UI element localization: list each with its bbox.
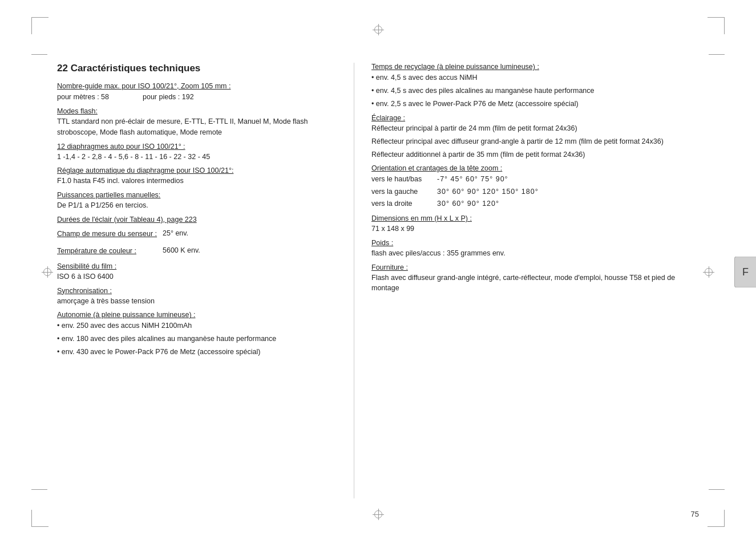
nombre-guide-metres: pour mètres : 58: [57, 91, 143, 103]
crosshair-left: [42, 266, 53, 278]
f-tab-label: F: [742, 266, 749, 278]
synchro-value: amorçage à très basse tension: [57, 296, 337, 307]
dimensions-value: 71 x 148 x 99: [371, 224, 699, 234]
eclairage-value1: Réflecteur principal à partir de 24 mm (…: [371, 123, 699, 134]
champ-value: 25° env.: [163, 228, 188, 241]
eclairage-group: Éclairage : Réflecteur principal à parti…: [371, 114, 699, 160]
durees-label: Durées de l'éclair (voir Tableau 4), pag…: [57, 216, 337, 224]
diaphragmes-group: 12 diaphragmes auto pour ISO 100/21° : 1…: [57, 143, 337, 163]
page-number: 75: [691, 510, 699, 518]
temperature-row: Température de couleur : 5600 K env.: [57, 245, 337, 258]
temperature-value: 5600 K env.: [163, 245, 200, 258]
champ-label: Champ de mesure du senseur :: [57, 228, 163, 239]
durees-group: Durées de l'éclair (voir Tableau 4), pag…: [57, 216, 337, 224]
modes-flash-group: Modes flash: TTL standard non pré-éclair…: [57, 107, 337, 138]
champ-row: Champ de mesure du senseur : 25° env.: [57, 228, 337, 241]
diaphragmes-label: 12 diaphragmes auto pour ISO 100/21° :: [57, 143, 337, 151]
crosshair-bottom: [373, 509, 384, 520]
f-tab: F: [734, 257, 756, 288]
puissances-group: Puissances partielles manuelles: De P1/1…: [57, 191, 337, 211]
temperature-label: Température de couleur :: [57, 245, 163, 257]
side-line-left-bottom: [31, 489, 47, 490]
autonomie-group: Autonomie (à pleine puissance lumineuse)…: [57, 311, 337, 358]
side-line-right-top: [709, 54, 725, 55]
reglage-group: Réglage automatique du diaphragme pour I…: [57, 167, 337, 186]
nombre-guide-group: Nombre-guide max. pour ISO 100/21°, Zoom…: [57, 82, 337, 103]
sensibilite-label: Sensibilité du film :: [57, 262, 337, 270]
modes-flash-label: Modes flash:: [57, 107, 337, 115]
dimensions-label: Dimensions en mm (H x L x P) :: [371, 214, 699, 222]
temps-bullet2: env. 4,5 s avec des piles alcalines au m…: [371, 85, 699, 96]
orientation-row2: vers la gauche 30° 60° 90° 120° 150° 180…: [371, 186, 699, 198]
crosshair-top: [373, 24, 384, 35]
modes-flash-value: TTL standard non pré-éclair de mesure, E…: [57, 116, 337, 138]
content-area: 22 Caractéristiques techniques Nombre-gu…: [57, 63, 699, 498]
sensibilite-group: Sensibilité du film : ISO 6 à ISO 6400: [57, 262, 337, 282]
left-column: 22 Caractéristiques techniques Nombre-gu…: [57, 63, 354, 498]
orient-row2-values: 30° 60° 90° 120° 150° 180°: [437, 186, 539, 198]
autonomie-bullet1: env. 250 avec des accus NiMH 2100mAh: [57, 320, 337, 331]
orientation-label: Orientation et crantages de la tête zoom…: [371, 164, 699, 172]
orientation-group: Orientation et crantages de la tête zoom…: [371, 164, 699, 210]
orientation-table: vers le haut/bas -7° 45° 60° 75° 90° ver…: [371, 173, 699, 210]
corner-mark-top-right: [708, 17, 725, 34]
poids-label: Poids :: [371, 239, 699, 247]
orient-row2-label: vers la gauche: [371, 186, 437, 198]
side-line-right-bottom: [709, 489, 725, 490]
synchro-group: Synchronisation : amorçage à très basse …: [57, 287, 337, 307]
corner-mark-top-left: [31, 17, 48, 34]
nombre-guide-label: Nombre-guide max. pour ISO 100/21°, Zoom…: [57, 82, 337, 90]
temps-recyclage-group: Temps de recyclage (à pleine puissance l…: [371, 63, 699, 109]
orient-row1-label: vers le haut/bas: [371, 173, 437, 185]
corner-mark-bottom-right: [708, 510, 725, 527]
autonomie-bullet3: env. 430 avec le Power-Pack P76 de Metz …: [57, 346, 337, 358]
reglage-value: F1.0 hasta F45 incl. valores intermedios: [57, 176, 337, 186]
puissances-value: De P1/1 a P1/256 en tercios.: [57, 200, 337, 211]
corner-mark-bottom-left: [31, 510, 48, 527]
nombre-guide-pieds: pour pieds : 192: [143, 91, 194, 103]
temperature-group: Température de couleur : 5600 K env.: [57, 245, 337, 258]
side-line-left-top: [31, 54, 47, 55]
dimensions-group: Dimensions en mm (H x L x P) : 71 x 148 …: [371, 214, 699, 234]
champ-group: Champ de mesure du senseur : 25° env.: [57, 228, 337, 241]
reglage-label: Réglage automatique du diaphragme pour I…: [57, 167, 337, 174]
orientation-row3: vers la droite 30° 60° 90° 120°: [371, 198, 699, 210]
puissances-label: Puissances partielles manuelles:: [57, 191, 337, 199]
eclairage-value2: Réflecteur principal avec diffuseur gran…: [371, 136, 699, 147]
synchro-label: Synchronisation :: [57, 287, 337, 295]
eclairage-label: Éclairage :: [371, 114, 699, 122]
nombre-guide-row: pour mètres : 58 pour pieds : 192: [57, 91, 337, 103]
fourniture-value: Flash avec diffuseur grand-angle intégré…: [371, 273, 699, 294]
poids-value: flash avec piles/accus : 355 grammes env…: [371, 248, 699, 259]
temps-recyclage-label: Temps de recyclage (à pleine puissance l…: [371, 63, 699, 71]
orient-row1-values: -7° 45° 60° 75° 90°: [437, 173, 508, 185]
autonomie-bullet2: env. 180 avec des piles alcalines au man…: [57, 333, 337, 344]
eclairage-value3: Réflecteur additionnel à partir de 35 mm…: [371, 149, 699, 160]
diaphragmes-value: 1 -1,4 - 2 - 2,8 - 4 - 5,6 - 8 - 11 - 16…: [57, 152, 337, 163]
sensibilite-value: ISO 6 à ISO 6400: [57, 271, 337, 282]
fourniture-label: Fourniture :: [371, 263, 699, 271]
autonomie-label: Autonomie (à pleine puissance lumineuse)…: [57, 311, 337, 319]
section-title: 22 Caractéristiques techniques: [57, 63, 337, 74]
orient-row3-values: 30° 60° 90° 120°: [437, 198, 499, 210]
orientation-row1: vers le haut/bas -7° 45° 60° 75° 90°: [371, 173, 699, 185]
crosshair-right: [703, 266, 714, 278]
temps-bullet1: env. 4,5 s avec des accus NiMH: [371, 72, 699, 83]
orient-row3-label: vers la droite: [371, 198, 437, 210]
poids-group: Poids : flash avec piles/accus : 355 gra…: [371, 239, 699, 259]
right-column: Temps de recyclage (à pleine puissance l…: [354, 63, 699, 498]
temps-bullet3: env. 2,5 s avec le Power-Pack P76 de Met…: [371, 98, 699, 109]
fourniture-group: Fourniture : Flash avec diffuseur grand-…: [371, 263, 699, 294]
